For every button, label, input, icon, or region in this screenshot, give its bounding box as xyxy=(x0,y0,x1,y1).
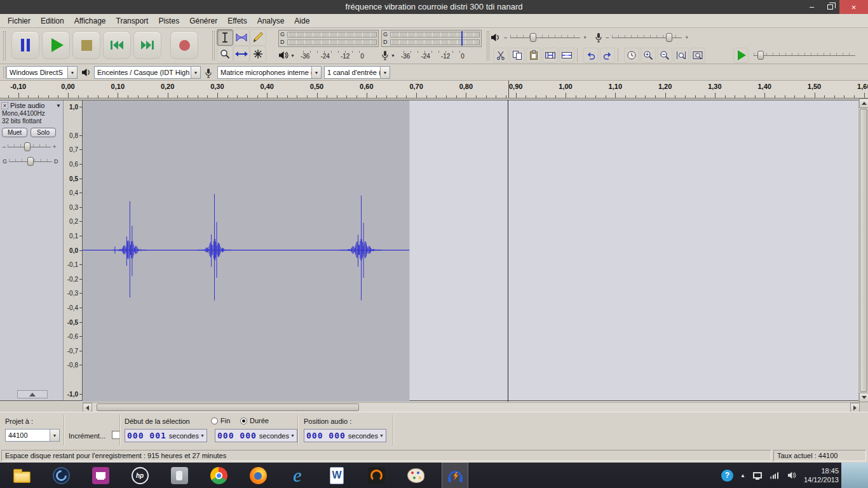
horizontal-scrollbar[interactable] xyxy=(0,402,868,412)
output-volume-thumb[interactable] xyxy=(530,33,536,42)
skip-to-start-button[interactable] xyxy=(103,31,131,59)
silence-audio-button[interactable] xyxy=(559,48,574,63)
trim-audio-button[interactable] xyxy=(543,48,558,63)
play-button[interactable] xyxy=(42,31,70,59)
waveform-display[interactable] xyxy=(83,100,858,400)
tools-toolbar-grip[interactable] xyxy=(212,31,215,60)
minimize-button[interactable]: – xyxy=(803,0,821,14)
track-name[interactable]: Piste audio xyxy=(10,102,54,109)
audio-host-select[interactable]: Windows DirectS▼ xyxy=(6,66,78,79)
cut-button[interactable] xyxy=(493,48,508,63)
timeline-ruler[interactable]: -0,100,000,100,200,300,400,500,600,700,8… xyxy=(0,81,868,98)
selection-start-digits[interactable]: 000 001 xyxy=(127,431,166,440)
taskbar-diagnostic-app[interactable] xyxy=(363,463,389,488)
paste-button[interactable] xyxy=(526,48,541,63)
input-channels-select[interactable]: 1 canal d'entrée (I▼ xyxy=(324,66,390,79)
horizontal-scroll-thumb[interactable] xyxy=(97,403,359,411)
fit-selection-button[interactable] xyxy=(674,48,689,63)
taskbar-utility-app[interactable] xyxy=(166,463,192,488)
playback-speed-slider[interactable] xyxy=(754,51,855,60)
undo-button[interactable] xyxy=(583,48,599,63)
selection-start-field[interactable]: 000 001 secondes ▼ xyxy=(125,429,207,442)
taskbar-chrome[interactable] xyxy=(206,463,231,488)
meter-dropdown-icon[interactable]: ▼ xyxy=(391,53,395,58)
track-close-button[interactable]: × xyxy=(1,102,8,109)
zoom-in-button[interactable] xyxy=(641,48,656,63)
display-icon[interactable] xyxy=(752,470,763,480)
meter-dropdown-icon[interactable]: ▼ xyxy=(290,53,295,58)
restore-button[interactable] xyxy=(821,0,839,14)
menu-item[interactable]: Edition xyxy=(36,15,69,27)
microphone-icon[interactable] xyxy=(381,50,389,60)
mixer-toolbar-grip[interactable] xyxy=(487,31,489,60)
track-pan-slider[interactable] xyxy=(9,157,52,166)
output-device-select[interactable]: Enceintes / Casque (IDT High D▼ xyxy=(94,66,201,79)
redo-button[interactable] xyxy=(600,48,615,63)
audio-position-field[interactable]: 000 000 secondes ▼ xyxy=(304,429,386,442)
scroll-down-button[interactable] xyxy=(859,393,868,402)
scroll-right-button[interactable] xyxy=(850,403,860,412)
menu-item[interactable]: Transport xyxy=(111,15,154,27)
amplitude-ruler[interactable]: 1,00,80,70,60,50,40,30,20,10,0-0,1-0,2-0… xyxy=(64,100,83,400)
speaker-icon[interactable] xyxy=(278,51,288,60)
skip-to-end-button[interactable] xyxy=(133,31,161,59)
audio-position-digits[interactable]: 000 000 xyxy=(306,431,346,440)
menu-item[interactable]: Pistes xyxy=(153,15,184,27)
taskbar-clock[interactable]: 18:45 14/12/2013 xyxy=(804,466,839,484)
output-volume-slider[interactable] xyxy=(510,33,580,43)
input-volume-slider[interactable] xyxy=(612,33,682,43)
scroll-up-button[interactable] xyxy=(859,98,868,108)
taskbar-paint-app[interactable] xyxy=(403,463,428,488)
selection-end-radio[interactable]: Fin xyxy=(211,417,230,424)
chevron-down-icon[interactable]: ▼ xyxy=(290,433,295,438)
multi-tool-button[interactable] xyxy=(250,46,266,62)
draw-tool-button[interactable] xyxy=(250,29,266,46)
selection-duration-radio[interactable]: Durée xyxy=(240,417,269,424)
show-hidden-icons[interactable]: ▲ xyxy=(740,473,745,478)
project-rate-select[interactable]: 44100▼ xyxy=(5,429,60,442)
mute-button[interactable]: Muet xyxy=(2,128,27,137)
playback-meter[interactable]: G D xyxy=(278,30,379,47)
transport-toolbar-grip[interactable] xyxy=(3,31,6,60)
device-toolbar-grip[interactable] xyxy=(3,67,6,78)
track-gain-thumb[interactable] xyxy=(24,142,31,151)
scroll-left-button[interactable] xyxy=(83,403,92,412)
desktop-peek[interactable] xyxy=(841,463,868,488)
help-icon[interactable]: ? xyxy=(721,470,733,482)
taskbar-firefox[interactable] xyxy=(245,463,271,488)
copy-button[interactable] xyxy=(510,48,525,63)
input-volume-thumb[interactable] xyxy=(666,33,672,42)
sync-lock-button[interactable] xyxy=(624,48,639,63)
network-icon[interactable] xyxy=(770,470,780,480)
menu-item[interactable]: Effets xyxy=(222,15,252,27)
selection-duration-digits[interactable]: 000 000 xyxy=(217,431,257,440)
vertical-scroll-thumb[interactable] xyxy=(860,109,867,392)
track-pan-thumb[interactable] xyxy=(27,157,34,166)
selection-tool-button[interactable] xyxy=(217,29,233,46)
taskbar-media-player[interactable] xyxy=(48,463,74,488)
menu-item[interactable]: Aide xyxy=(289,15,315,27)
vertical-scrollbar[interactable] xyxy=(858,98,868,402)
track-menu-arrow[interactable]: ▼ xyxy=(56,103,61,109)
taskbar-word[interactable]: W xyxy=(324,463,349,488)
envelope-tool-button[interactable] xyxy=(233,29,250,46)
volume-icon[interactable] xyxy=(787,470,797,480)
chevron-down-icon[interactable]: ▼ xyxy=(379,433,384,438)
zoom-tool-button[interactable] xyxy=(217,46,233,62)
taskbar-internet-explorer[interactable]: e xyxy=(285,463,310,488)
solo-button[interactable]: Solo xyxy=(31,128,56,137)
stop-button[interactable] xyxy=(72,31,100,59)
fit-project-button[interactable] xyxy=(690,48,705,63)
track-gain-slider[interactable] xyxy=(8,142,51,152)
taskbar-audacity[interactable] xyxy=(442,463,468,488)
taskbar-hp[interactable]: hp xyxy=(127,463,153,488)
menu-item[interactable]: Fichier xyxy=(3,15,36,27)
taskbar-file-explorer[interactable] xyxy=(9,463,34,488)
menu-item[interactable]: Affichage xyxy=(69,15,111,27)
input-device-select[interactable]: Matrice microphones interne (I▼ xyxy=(217,66,322,79)
pause-button[interactable] xyxy=(11,31,39,59)
selection-duration-field[interactable]: 000 000 secondes ▼ xyxy=(215,429,297,442)
menu-item[interactable]: Générer xyxy=(184,15,222,27)
zoom-out-button[interactable] xyxy=(657,48,672,63)
track-collapse-button[interactable] xyxy=(17,390,48,398)
